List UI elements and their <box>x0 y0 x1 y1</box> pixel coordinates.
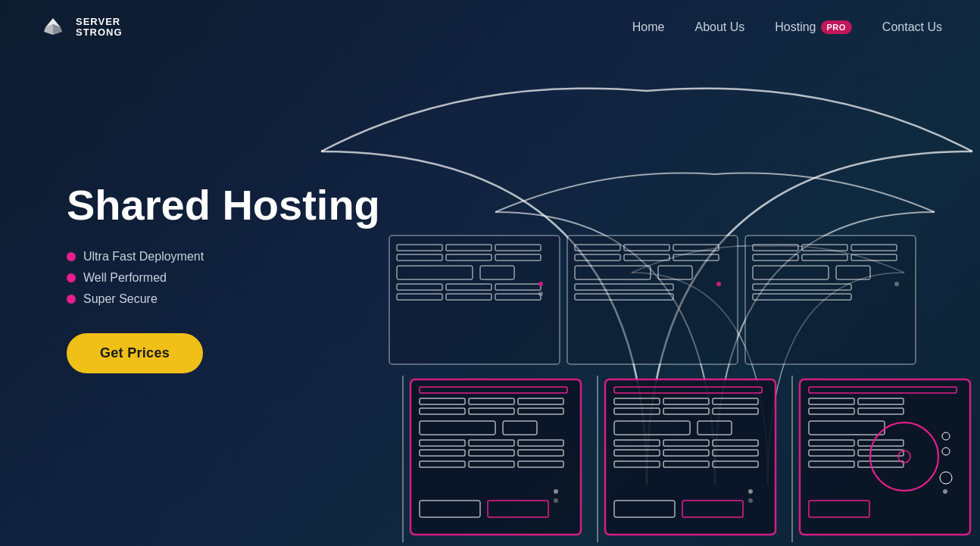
nav-hosting[interactable]: Hosting PRO <box>775 20 852 34</box>
svg-point-19 <box>538 292 543 296</box>
svg-point-31 <box>716 282 721 286</box>
feature-item-2: Well Performed <box>67 271 380 285</box>
svg-point-91 <box>748 498 753 503</box>
svg-point-90 <box>748 489 753 494</box>
logo-name2: STRONG <box>76 27 123 38</box>
logo-icon <box>38 12 68 42</box>
hero-content: Shared Hosting Ultra Fast Deployment Wel… <box>67 182 380 373</box>
about-link[interactable]: About Us <box>694 20 744 33</box>
logo[interactable]: SERVER STRONG <box>38 12 123 42</box>
svg-point-43 <box>894 282 899 286</box>
dot-icon-1 <box>67 252 76 261</box>
navbar: SERVER STRONG Home About Us Hosting PRO … <box>0 0 980 55</box>
server-illustration <box>382 228 980 546</box>
feature-list: Ultra Fast Deployment Well Performed Sup… <box>67 250 380 306</box>
nav-contact[interactable]: Contact Us <box>882 20 942 34</box>
logo-name1: SERVER <box>76 17 123 27</box>
nav-about[interactable]: About Us <box>694 20 744 34</box>
feature-text-1: Ultra Fast Deployment <box>83 250 204 264</box>
svg-point-67 <box>554 498 558 503</box>
hero-title: Shared Hosting <box>67 182 380 229</box>
logo-text: SERVER STRONG <box>76 17 123 39</box>
get-prices-button[interactable]: Get Prices <box>67 333 203 373</box>
feature-text-2: Well Performed <box>83 271 167 285</box>
svg-point-66 <box>554 489 558 494</box>
home-link[interactable]: Home <box>632 20 665 33</box>
svg-rect-93 <box>800 379 970 535</box>
dot-icon-2 <box>67 273 76 282</box>
feature-text-3: Super Secure <box>83 292 158 306</box>
contact-link[interactable]: Contact Us <box>882 20 942 33</box>
feature-item-3: Super Secure <box>67 292 380 306</box>
nav-links: Home About Us Hosting PRO Contact Us <box>632 20 942 34</box>
pro-badge: PRO <box>821 20 852 34</box>
feature-item-1: Ultra Fast Deployment <box>67 250 380 264</box>
hosting-link[interactable]: Hosting <box>775 20 816 34</box>
svg-point-18 <box>538 282 543 286</box>
dot-icon-3 <box>67 295 76 304</box>
svg-rect-69 <box>605 379 776 535</box>
svg-point-112 <box>943 489 947 494</box>
svg-rect-45 <box>410 379 581 535</box>
nav-home[interactable]: Home <box>632 20 665 34</box>
